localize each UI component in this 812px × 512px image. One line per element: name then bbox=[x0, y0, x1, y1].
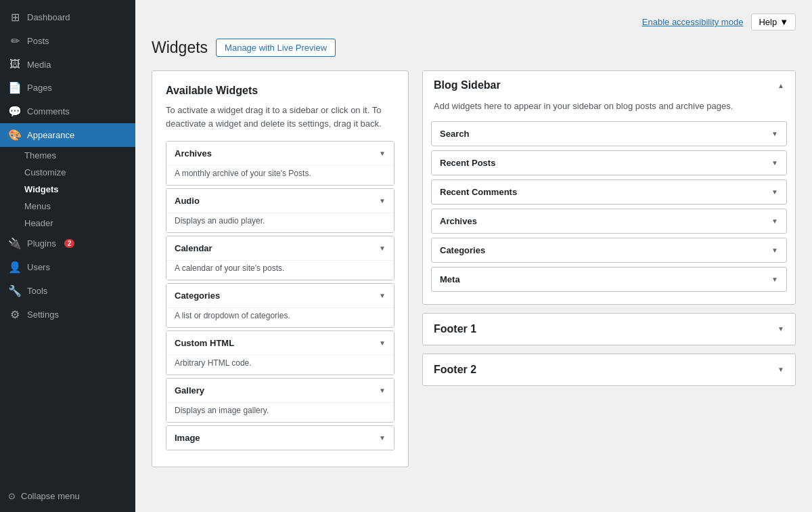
sidebar-sub-header[interactable]: Header bbox=[0, 215, 135, 232]
sidebar-widget-meta: Meta ▼ bbox=[431, 267, 787, 292]
sidebar-widget-meta-chevron-icon: ▼ bbox=[771, 276, 778, 283]
sidebar-widget-archives: Archives ▼ bbox=[431, 209, 787, 234]
footer1-panel-header[interactable]: Footer 1 ▼ bbox=[423, 314, 795, 345]
widget-image-label: Image bbox=[175, 433, 200, 443]
footer1-panel: Footer 1 ▼ bbox=[422, 313, 796, 345]
widget-calendar-header[interactable]: Calendar ▼ bbox=[166, 236, 394, 260]
blog-sidebar-panel-header[interactable]: Blog Sidebar ▲ bbox=[423, 71, 795, 100]
sidebar-item-tools[interactable]: 🔧 Tools bbox=[0, 279, 135, 303]
sidebar-widget-recent-posts-label: Recent Posts bbox=[440, 158, 495, 168]
sidebar-widget-categories-header[interactable]: Categories ▼ bbox=[432, 238, 786, 262]
widget-image: Image ▼ bbox=[166, 425, 394, 450]
widget-custom-html: Custom HTML ▼ Arbitrary HTML code. bbox=[166, 330, 394, 375]
widget-archives-header[interactable]: Archives ▼ bbox=[166, 142, 394, 165]
footer1-chevron-icon: ▼ bbox=[777, 325, 784, 333]
manage-live-preview-button[interactable]: Manage with Live Preview bbox=[216, 39, 336, 57]
dashboard-icon: ⊞ bbox=[8, 11, 22, 24]
sidebar-widget-meta-header[interactable]: Meta ▼ bbox=[432, 268, 786, 291]
sidebar-item-posts[interactable]: ✏ Posts bbox=[0, 29, 135, 53]
top-bar: Enable accessibility mode Help ▼ bbox=[152, 14, 796, 30]
help-chevron-icon: ▼ bbox=[780, 17, 788, 27]
sidebar-item-label: Dashboard bbox=[27, 12, 70, 22]
sidebar-widget-recent-comments-chevron-icon: ▼ bbox=[771, 188, 778, 196]
blog-sidebar-description: Add widgets here to appear in your sideb… bbox=[423, 100, 795, 121]
sidebar-item-media[interactable]: 🖼 Media bbox=[0, 53, 135, 76]
help-label: Help bbox=[759, 17, 777, 27]
widget-gallery-header[interactable]: Gallery ▼ bbox=[166, 379, 394, 402]
widget-custom-html-description: Arbitrary HTML code. bbox=[166, 355, 394, 375]
sidebar-widget-recent-comments-label: Recent Comments bbox=[440, 187, 517, 197]
sidebar: ⊞ Dashboard ✏ Posts 🖼 Media 📄 Pages 💬 Co… bbox=[0, 0, 135, 512]
widget-audio-header[interactable]: Audio ▼ bbox=[166, 189, 394, 213]
widget-custom-html-chevron-icon: ▼ bbox=[379, 339, 386, 347]
media-icon: 🖼 bbox=[8, 58, 22, 70]
sidebar-sub-widgets[interactable]: Widgets bbox=[0, 181, 135, 198]
sidebar-sub-menus[interactable]: Menus bbox=[0, 198, 135, 215]
widget-categories-description: A list or dropdown of categories. bbox=[166, 307, 394, 327]
sidebar-item-settings[interactable]: ⚙ Settings bbox=[0, 303, 135, 326]
comments-icon: 💬 bbox=[8, 105, 22, 118]
widget-custom-html-header[interactable]: Custom HTML ▼ bbox=[166, 331, 394, 355]
settings-icon: ⚙ bbox=[8, 308, 22, 321]
sidebar-item-label: Comments bbox=[27, 106, 70, 116]
sidebar-widget-search-header[interactable]: Search ▼ bbox=[432, 122, 786, 146]
widget-archives-description: A monthly archive of your site's Posts. bbox=[166, 165, 394, 185]
sidebar-widget-archives-header[interactable]: Archives ▼ bbox=[432, 209, 786, 233]
sidebar-item-label: Settings bbox=[27, 310, 59, 320]
sidebar-item-plugins[interactable]: 🔌 Plugins 2 bbox=[0, 232, 135, 255]
widget-archives: Archives ▼ A monthly archive of your sit… bbox=[166, 141, 394, 186]
appearance-icon: 🎨 bbox=[8, 129, 22, 142]
available-widgets-description: To activate a widget drag it to a sideba… bbox=[166, 104, 394, 130]
accessibility-mode-link[interactable]: Enable accessibility mode bbox=[642, 17, 744, 27]
sidebar-widget-recent-posts-header[interactable]: Recent Posts ▼ bbox=[432, 151, 786, 175]
sidebar-widget-recent-comments-header[interactable]: Recent Comments ▼ bbox=[432, 180, 786, 204]
footer2-title: Footer 2 bbox=[434, 364, 476, 376]
appearance-submenu: Themes Customize Widgets Menus Header bbox=[0, 147, 135, 232]
sidebar-item-label: Pages bbox=[27, 83, 52, 93]
sidebar-widget-archives-label: Archives bbox=[440, 216, 477, 226]
sidebar-item-users[interactable]: 👤 Users bbox=[0, 255, 135, 279]
sidebar-widget-recent-posts: Recent Posts ▼ bbox=[431, 150, 787, 175]
sidebar-widget-search-label: Search bbox=[440, 129, 469, 139]
footer2-panel-header[interactable]: Footer 2 ▼ bbox=[423, 354, 795, 385]
sidebar-item-label: Media bbox=[27, 60, 51, 70]
sidebar-widget-categories-chevron-icon: ▼ bbox=[771, 247, 778, 254]
widget-gallery: Gallery ▼ Displays an image gallery. bbox=[166, 378, 394, 423]
pages-icon: 📄 bbox=[8, 81, 22, 94]
right-column: Blog Sidebar ▲ Add widgets here to appea… bbox=[422, 70, 796, 394]
widget-image-header[interactable]: Image ▼ bbox=[166, 426, 394, 450]
collapse-menu-button[interactable]: ⊙ Collapse menu bbox=[0, 486, 135, 507]
help-button[interactable]: Help ▼ bbox=[751, 14, 796, 30]
tools-icon: 🔧 bbox=[8, 284, 22, 297]
footer2-panel: Footer 2 ▼ bbox=[422, 354, 796, 386]
sidebar-item-appearance[interactable]: 🎨 Appearance bbox=[0, 123, 135, 147]
sidebar-item-label: Appearance bbox=[27, 130, 74, 140]
posts-icon: ✏ bbox=[8, 35, 22, 47]
sidebar-sub-themes[interactable]: Themes bbox=[0, 147, 135, 164]
sidebar-item-comments[interactable]: 💬 Comments bbox=[0, 100, 135, 123]
widget-gallery-label: Gallery bbox=[175, 385, 204, 396]
widget-calendar-chevron-icon: ▼ bbox=[379, 244, 386, 252]
sidebar-widget-search: Search ▼ bbox=[431, 121, 787, 146]
sidebar-item-dashboard[interactable]: ⊞ Dashboard bbox=[0, 5, 135, 29]
users-icon: 👤 bbox=[8, 261, 22, 274]
blog-sidebar-body: Search ▼ Recent Posts ▼ bbox=[423, 121, 795, 304]
widget-audio-label: Audio bbox=[175, 196, 200, 206]
sidebar-widget-categories: Categories ▼ bbox=[431, 238, 787, 263]
widget-gallery-description: Displays an image gallery. bbox=[166, 402, 394, 422]
widget-audio-chevron-icon: ▼ bbox=[379, 197, 386, 205]
sidebar-item-label: Tools bbox=[27, 286, 47, 296]
collapse-label: Collapse menu bbox=[21, 491, 80, 501]
widget-gallery-chevron-icon: ▼ bbox=[379, 387, 386, 394]
widget-image-chevron-icon: ▼ bbox=[379, 434, 386, 442]
collapse-icon: ⊙ bbox=[8, 491, 16, 501]
widget-custom-html-label: Custom HTML bbox=[175, 338, 234, 348]
widget-categories-header[interactable]: Categories ▼ bbox=[166, 284, 394, 307]
sidebar-widget-recent-posts-chevron-icon: ▼ bbox=[771, 159, 778, 167]
sidebar-widget-archives-chevron-icon: ▼ bbox=[771, 217, 778, 225]
footer1-title: Footer 1 bbox=[434, 323, 476, 335]
widget-categories-label: Categories bbox=[175, 291, 220, 301]
sidebar-item-pages[interactable]: 📄 Pages bbox=[0, 76, 135, 100]
plugins-badge: 2 bbox=[64, 239, 75, 248]
sidebar-sub-customize[interactable]: Customize bbox=[0, 164, 135, 181]
